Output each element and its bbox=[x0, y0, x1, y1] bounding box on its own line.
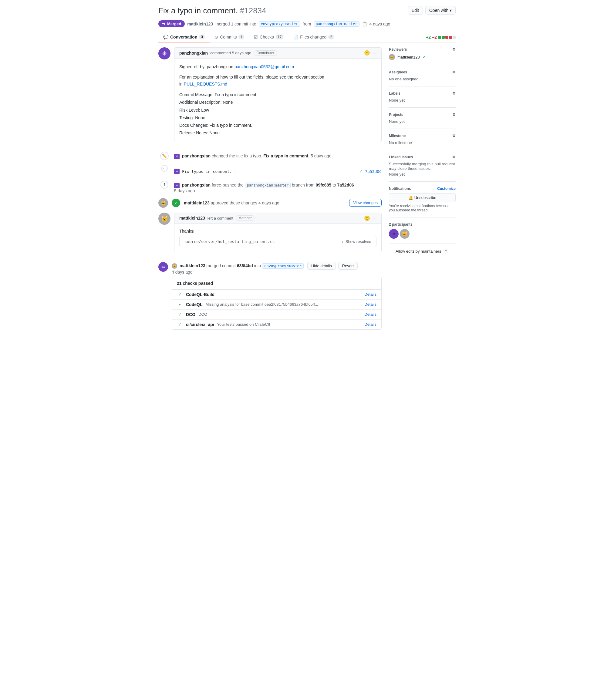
gear-icon-labels[interactable]: ⚙ bbox=[452, 91, 456, 96]
unsubscribe-button[interactable]: 🔔 Unsubscribe bbox=[389, 193, 456, 202]
member-badge: Member bbox=[236, 215, 255, 221]
check-details-link[interactable]: Details bbox=[364, 302, 377, 307]
sidebar-assignees: Assignees ⚙ No one assigned bbox=[389, 65, 456, 86]
participants-label: 2 participants bbox=[389, 222, 413, 227]
status-author: mattklein123 bbox=[187, 22, 213, 26]
tab-files-changed[interactable]: 📄 Files changed 2 bbox=[288, 32, 339, 42]
merge-commit-hash: 636f4bd bbox=[237, 263, 253, 268]
view-changes-button[interactable]: View changes bbox=[349, 199, 382, 207]
small-purple-logo: ✳ bbox=[174, 154, 180, 159]
emoji-reaction-icon[interactable]: 🙂 bbox=[364, 50, 370, 56]
commit-hash[interactable]: 7a52d06 bbox=[365, 169, 382, 174]
notifications-desc: You're receiving notifications because y… bbox=[389, 204, 456, 212]
conversation-icon: 💬 bbox=[163, 35, 168, 39]
linked-issues-value: None yet bbox=[389, 172, 456, 176]
pr-title: Fix a typo in comment. #12834 bbox=[158, 6, 266, 15]
gear-icon-linked-issues[interactable]: ⚙ bbox=[452, 155, 456, 159]
diff-square-green-2 bbox=[442, 36, 445, 39]
gear-icon-milestone[interactable]: ⚙ bbox=[452, 134, 456, 138]
gear-icon[interactable]: ⚙ bbox=[452, 47, 456, 52]
avatar-panzhongxian: ✳ bbox=[158, 47, 171, 60]
check-name: ci/circleci: api bbox=[186, 322, 214, 327]
sidebar-labels: Labels ⚙ None yet bbox=[389, 86, 456, 108]
participant-avatar-2: 🐱 bbox=[400, 229, 409, 239]
from-text: from bbox=[303, 22, 311, 26]
tab-conversation[interactable]: 💬 Conversation 3 bbox=[158, 32, 210, 42]
sidebar-reviewers: Reviewers ⚙ 🐱 mattklein123 ✓ bbox=[389, 47, 456, 65]
allow-edits-row: Allow edits by maintainers ? bbox=[389, 249, 456, 253]
check-details-link[interactable]: Details bbox=[364, 322, 377, 327]
participant-avatar-1: ✳ bbox=[389, 229, 398, 239]
diff-bar bbox=[438, 36, 456, 39]
sidebar-projects: Projects ⚙ None yet bbox=[389, 108, 456, 129]
revert-button[interactable]: Revert bbox=[338, 262, 358, 270]
commit-more-icon[interactable]: ... bbox=[234, 169, 237, 174]
check-item-circleci: ✓ ci/circleci: api Your tests passed on … bbox=[172, 320, 381, 329]
pr-main: ✳ panzhongxian commented 5 days ago bbox=[158, 47, 382, 333]
head-branch-link[interactable]: panzhongxian:master bbox=[314, 21, 359, 27]
show-resolved-button[interactable]: ↕ Show resolved bbox=[342, 239, 371, 244]
checks-icon: ☑ bbox=[254, 35, 258, 39]
comment-action: commented 5 days ago bbox=[210, 51, 251, 55]
comment-header: panzhongxian commented 5 days ago Contri… bbox=[174, 48, 381, 59]
projects-value: None yet bbox=[389, 119, 456, 124]
new-title: Fix a typo in comment. bbox=[263, 153, 309, 158]
email-link[interactable]: panzhongxian0532@gmail.com bbox=[234, 64, 294, 69]
reviewer-item: 🐱 mattklein123 ✓ bbox=[389, 54, 456, 60]
diff-stats: +2 −2 bbox=[426, 32, 456, 42]
pr-status-bar: ⇋ Merged mattklein123 merged 1 commit in… bbox=[158, 20, 456, 27]
title-change-content: ✳ panzhongxian changed the title fix a t… bbox=[174, 152, 382, 159]
diff-square-red-2 bbox=[449, 36, 452, 39]
hide-details-button[interactable]: Hide details bbox=[307, 262, 336, 270]
comment-details: Commit Message: Fix a typo in comment. A… bbox=[179, 91, 377, 137]
linked-issues-label: Linked issues bbox=[389, 155, 413, 159]
title-change-author: panzhongxian bbox=[182, 153, 210, 158]
merge-base-branch[interactable]: envoyproxy:master bbox=[262, 263, 304, 269]
commits-icon: ⊙ bbox=[214, 35, 218, 39]
tab-commits[interactable]: ⊙ Commits 1 bbox=[210, 32, 249, 42]
push-branch: panzhongxian:master bbox=[245, 183, 291, 188]
sidebar-notifications: Notifications Customize 🔔 Unsubscribe Yo… bbox=[389, 182, 456, 217]
gear-icon-assignees[interactable]: ⚙ bbox=[452, 70, 456, 74]
merge-event-icon: ⇋ bbox=[158, 262, 168, 272]
help-icon[interactable]: ? bbox=[443, 249, 449, 253]
allow-edits-label: Allow edits by maintainers bbox=[396, 249, 441, 253]
member-more-icon[interactable]: ··· bbox=[372, 215, 377, 221]
check-item-codeql: ▪ CodeQL Missing analysis for base commi… bbox=[172, 300, 381, 310]
notifications-label: Notifications bbox=[389, 187, 411, 191]
gear-icon-projects[interactable]: ⚙ bbox=[452, 113, 456, 117]
commit-message: Fix typos in comment. bbox=[182, 169, 232, 174]
check-name: CodeQL-Build bbox=[186, 292, 214, 297]
assignees-value: No one assigned bbox=[389, 77, 456, 81]
reviewer-avatar: 🐱 bbox=[389, 54, 395, 60]
sidebar-linked-issues: Linked issues ⚙ Successfully merging thi… bbox=[389, 150, 456, 182]
approval-author: mattklein123 bbox=[184, 200, 210, 205]
time-ago: 4 days ago bbox=[369, 22, 390, 26]
member-emoji-icon[interactable]: 🙂 bbox=[364, 215, 370, 221]
chevron-down-icon: ▾ bbox=[450, 8, 452, 13]
approval-check-icon: ✓ bbox=[172, 199, 180, 207]
check-details-link[interactable]: Details bbox=[364, 292, 377, 297]
assignees-label: Assignees bbox=[389, 70, 407, 74]
base-branch-link[interactable]: envoyproxy:master bbox=[259, 21, 300, 27]
check-name: CodeQL bbox=[186, 302, 202, 307]
header-actions: Edit Open with ▾ bbox=[408, 6, 456, 15]
check-neutral-icon: ▪ bbox=[177, 302, 183, 307]
merge-author: mattklein123 bbox=[180, 263, 205, 268]
to-commit: 7a52d06 bbox=[337, 183, 354, 187]
comment-signed-off: Signed-off-by: panzhongxian panzhongxian… bbox=[179, 63, 377, 70]
tab-checks[interactable]: ☑ Checks 17 bbox=[249, 32, 288, 42]
edit-button[interactable]: Edit bbox=[408, 6, 423, 15]
customize-button[interactable]: Customize bbox=[437, 187, 456, 191]
sidebar-milestone: Milestone ⚙ No milestone bbox=[389, 129, 456, 150]
allow-edits-checkbox[interactable] bbox=[389, 249, 393, 253]
comment-body: Signed-off-by: panzhongxian panzhongxian… bbox=[174, 59, 381, 142]
pull-requests-link[interactable]: PULL_REQUESTS.md bbox=[184, 82, 227, 86]
diff-square-green-1 bbox=[438, 36, 441, 39]
more-options-icon[interactable]: ··· bbox=[372, 50, 377, 56]
arrow-icon: ↕ bbox=[342, 239, 344, 244]
open-with-button[interactable]: Open with ▾ bbox=[425, 6, 456, 15]
check-details-link[interactable]: Details bbox=[364, 312, 377, 317]
comment-author: panzhongxian bbox=[179, 51, 208, 55]
clipboard-icon[interactable]: 📋 bbox=[362, 22, 367, 26]
